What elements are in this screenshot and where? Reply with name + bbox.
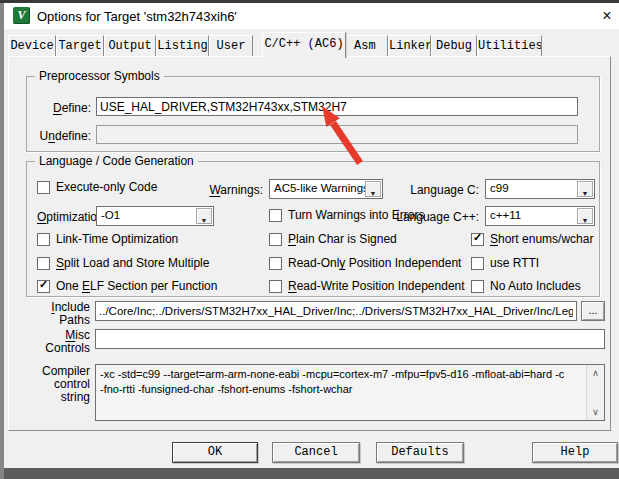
checkbox-label: Split Load and Store Multiple — [56, 256, 209, 270]
optimization-value: -O1 — [101, 209, 120, 221]
checkbox-execute-only-code[interactable]: ✓ Execute-only Code — [37, 180, 157, 194]
ok-button[interactable]: OK — [172, 442, 258, 463]
checkbox-read-write-position-independent[interactable]: ✓ Read-Write Position Independent — [269, 279, 465, 293]
checkbox-label: Link-Time Optimization — [56, 232, 178, 246]
browse-include-paths-button[interactable]: ... — [581, 301, 605, 321]
language-cpp-value: c++11 — [490, 209, 521, 221]
checkbox-box: ✓ — [37, 280, 50, 293]
checkbox-box: ✓ — [269, 257, 282, 270]
dialog-title: Options for Target 'stm32h743xih6' — [37, 9, 237, 24]
checkbox-box: ✓ — [471, 280, 484, 293]
defaults-button[interactable]: Defaults — [376, 442, 464, 463]
language-cpp-label: Language C++: — [327, 210, 479, 224]
cancel-button[interactable]: Cancel — [272, 442, 360, 463]
options-for-target-dialog: V Options for Target 'stm32h743xih6' × D… — [4, 3, 619, 468]
checkbox-label: Plain Char is Signed — [288, 232, 397, 246]
language-c-label: Language C: — [327, 183, 479, 197]
language-c-value: c99 — [490, 182, 509, 194]
checkbox-use-rtti[interactable]: ✓ use RTTI — [471, 256, 539, 270]
scroll-down-icon[interactable]: ∨ — [587, 405, 604, 419]
undefine-label: Undefine: — [33, 129, 91, 143]
language-code-generation-group: Language / Code Generation ✓ Execute-onl… — [26, 161, 600, 297]
dropdown-arrow-icon[interactable]: ▼ — [577, 181, 593, 197]
compiler-string-label-line3: string — [26, 390, 90, 404]
window-bottom-edge — [4, 468, 619, 479]
tab-asm[interactable]: Asm — [346, 35, 388, 56]
checkbox-label: Execute-only Code — [56, 180, 157, 194]
tab-listing[interactable]: Listing — [156, 35, 209, 56]
checkbox-one-elf-section-per-function[interactable]: ✓ One ELF Section per Function — [37, 279, 217, 293]
misc-controls-label-line2: Controls — [30, 341, 90, 355]
checkbox-box: ✓ — [471, 257, 484, 270]
help-button[interactable]: Help — [532, 442, 618, 463]
checkbox-box: ✓ — [471, 233, 484, 246]
checkbox-label: No Auto Includes — [490, 279, 581, 293]
preprocessor-symbols-legend: Preprocessor Symbols — [35, 69, 164, 83]
tab-user[interactable]: User — [209, 35, 253, 56]
close-icon[interactable]: × — [596, 5, 618, 27]
language-c-select[interactable]: c99 ▼ — [485, 179, 595, 199]
checkbox-box: ✓ — [269, 280, 282, 293]
misc-controls-label-line1: Misc — [30, 328, 90, 342]
language-cpp-select[interactable]: c++11 ▼ — [485, 206, 595, 226]
compiler-control-string-box[interactable]: -xc -std=c99 --target=arm-arm-none-eabi … — [95, 364, 605, 421]
checkbox-short-enums-wchar[interactable]: ✓ Short enums/wchar — [471, 232, 593, 246]
misc-controls-input[interactable] — [95, 329, 605, 349]
compiler-control-string-value: -xc -std=c99 --target=arm-arm-none-eabi … — [100, 367, 584, 418]
checkbox-label: Short enums/wchar — [490, 232, 593, 246]
checkmark-icon: ✓ — [37, 278, 50, 291]
checkbox-box: ✓ — [37, 233, 50, 246]
checkbox-box: ✓ — [269, 233, 282, 246]
define-label: Define: — [33, 101, 91, 115]
optimization-select[interactable]: -O1 ▼ — [96, 206, 214, 226]
tab-debug[interactable]: Debug — [431, 35, 477, 56]
checkbox-box: ✓ — [37, 257, 50, 270]
checkmark-icon: ✓ — [471, 231, 484, 244]
checkbox-box: ✓ — [269, 209, 282, 222]
tab-c-cpp-ac6[interactable]: C/C++ (AC6) — [262, 32, 346, 58]
undefine-input[interactable] — [96, 125, 578, 144]
uvision-logo-icon: V — [13, 7, 30, 24]
tab-output[interactable]: Output — [104, 35, 156, 56]
tab-target[interactable]: Target — [56, 35, 104, 56]
compiler-string-label-line1: Compiler — [26, 364, 90, 378]
warnings-label: Warnings: — [157, 183, 263, 197]
dropdown-arrow-icon[interactable]: ▼ — [196, 208, 212, 224]
compiler-string-scrollbar[interactable]: ∧ ∨ — [586, 365, 604, 420]
tab-linker[interactable]: Linker — [388, 35, 431, 56]
checkbox-label: use RTTI — [490, 256, 539, 270]
checkbox-label: Read-Write Position Independent — [288, 279, 465, 293]
checkbox-split-load-store-multiple[interactable]: ✓ Split Load and Store Multiple — [37, 256, 209, 270]
preprocessor-symbols-group: Preprocessor Symbols Define: Undefine: — [26, 76, 600, 152]
checkbox-label: Read-Only Position Independent — [288, 256, 461, 270]
checkbox-box: ✓ — [37, 181, 50, 194]
include-paths-label-line1: Include — [30, 300, 90, 314]
scroll-up-icon[interactable]: ∧ — [587, 366, 604, 380]
checkbox-no-auto-includes[interactable]: ✓ No Auto Includes — [471, 279, 581, 293]
title-bar[interactable]: V Options for Target 'stm32h743xih6' × — [4, 3, 619, 29]
dropdown-arrow-icon[interactable]: ▼ — [577, 208, 593, 224]
compiler-string-label-line2: control — [26, 377, 90, 391]
define-input[interactable] — [96, 97, 578, 116]
checkbox-link-time-optimization[interactable]: ✓ Link-Time Optimization — [37, 232, 178, 246]
tab-device[interactable]: Device — [8, 35, 56, 56]
checkbox-read-only-position-independent[interactable]: ✓ Read-Only Position Independent — [269, 256, 461, 270]
checkbox-label: One ELF Section per Function — [56, 279, 217, 293]
tab-utilities[interactable]: Utilities — [477, 35, 542, 56]
include-paths-input[interactable] — [95, 301, 577, 321]
language-code-generation-legend: Language / Code Generation — [35, 154, 198, 168]
include-paths-label-line2: Paths — [30, 313, 90, 327]
checkbox-plain-char-is-signed[interactable]: ✓ Plain Char is Signed — [269, 232, 397, 246]
